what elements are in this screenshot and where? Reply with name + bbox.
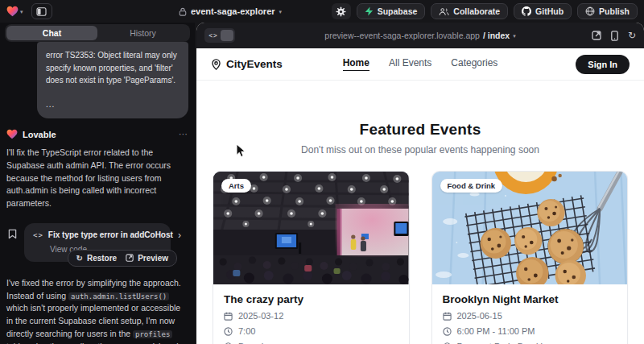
code-icon: <> xyxy=(206,32,221,39)
preview-toolbar: <> preview--event-saga-explorer.lovable.… xyxy=(196,23,644,48)
featured-subheading: Don't miss out on these popular events h… xyxy=(196,144,644,155)
site-brand[interactable]: CityEvents xyxy=(211,58,283,70)
tool-call-title-row: <> Fix type type error in addCoHost › xyxy=(33,230,162,240)
chat-sidebar: Chat History error TS2353: Object litera… xyxy=(0,23,195,344)
event-card[interactable]: Arts The crazy party 2025-03-12 xyxy=(213,171,410,344)
assistant-intro-text: I'll fix the TypeScript error related to… xyxy=(6,147,188,210)
inline-code: profiles xyxy=(133,330,172,338)
lovable-app-window: ▾ event-saga-explorer ▾ xyxy=(0,0,644,344)
github-label: GitHub xyxy=(535,6,564,16)
message-ellipsis: ... xyxy=(46,98,180,111)
event-card-body: Brooklyn Night Market 2025-06-15 xyxy=(432,284,628,344)
tab-history[interactable]: History xyxy=(97,26,188,40)
preview-site: CityEvents Home All Events Categories Si… xyxy=(196,48,644,344)
event-cards: Arts The crazy party 2025-03-12 xyxy=(213,171,628,344)
open-external-button[interactable] xyxy=(592,31,601,40)
restore-button[interactable]: ↻ Restore xyxy=(76,254,118,263)
category-badge: Arts xyxy=(221,179,251,193)
event-date: 2025-03-12 xyxy=(238,311,283,321)
publish-label: Publish xyxy=(599,6,630,16)
project-name: event-saga-explorer xyxy=(191,6,275,16)
chat-scroll-area[interactable]: error TS2353: Object literal may only sp… xyxy=(0,42,195,344)
nav-categories[interactable]: Categories xyxy=(451,57,497,71)
publish-button[interactable]: Publish xyxy=(577,3,638,19)
chat-history-tabs: Chat History xyxy=(5,24,190,42)
user-message-text: error TS2353: Object literal may only sp… xyxy=(46,49,180,87)
settings-button[interactable] xyxy=(332,3,351,19)
version-actions: ↻ Restore Preview xyxy=(68,250,177,267)
supabase-button[interactable]: Supabase xyxy=(357,3,426,19)
sign-in-button[interactable]: Sign In xyxy=(576,55,630,74)
user-message-bubble: error TS2353: Object literal may only sp… xyxy=(37,42,188,118)
assistant-body-text: I've fixed the error by simplifying the … xyxy=(6,277,188,344)
lovable-logo-menu[interactable]: ▾ xyxy=(6,6,23,17)
collaborate-label: Collaborate xyxy=(453,6,500,16)
preview-url-bar: preview--event-saga-explorer.lovable.app… xyxy=(196,31,644,40)
toggle-knob xyxy=(221,30,233,41)
restore-label: Restore xyxy=(87,254,117,263)
preview-route[interactable]: / index xyxy=(483,31,510,40)
map-pin-icon xyxy=(211,59,221,70)
supabase-label: Supabase xyxy=(378,6,418,16)
calendar-icon xyxy=(443,312,452,321)
clock-icon xyxy=(224,327,233,336)
smartphone-icon xyxy=(611,31,618,41)
collaborate-button[interactable]: Collaborate xyxy=(431,3,508,19)
event-time-row: 6:00 PM - 11:00 PM xyxy=(443,326,617,336)
chevron-down-icon: ▾ xyxy=(20,9,23,15)
tab-chat[interactable]: Chat xyxy=(6,26,97,40)
more-options-icon[interactable]: ⋯ xyxy=(179,129,188,139)
event-card[interactable]: Food & Drink Brooklyn Night Market 2025-… xyxy=(431,171,629,344)
restore-icon: ↻ xyxy=(76,254,83,263)
tool-call-title: Fix type type error in addCoHost xyxy=(48,230,173,239)
preview-label: Preview xyxy=(138,254,168,263)
event-card-body: The crazy party 2025-03-12 xyxy=(213,284,409,344)
preview-button[interactable]: Preview xyxy=(126,254,168,263)
site-brand-label: CityEvents xyxy=(226,58,283,70)
inline-code: auth.admin.listUsers() xyxy=(68,292,169,300)
event-image-conference: Arts xyxy=(213,172,409,284)
calendar-icon xyxy=(224,312,233,321)
assistant-name: Lovable xyxy=(23,130,56,139)
chevron-down-icon[interactable]: ▾ xyxy=(513,33,516,39)
assistant-header: Lovable ⋯ xyxy=(6,129,188,139)
nav-home[interactable]: Home xyxy=(343,57,369,71)
mobile-view-button[interactable] xyxy=(611,31,618,41)
top-bar-left: ▾ xyxy=(6,3,52,19)
refresh-button[interactable]: ↻ xyxy=(628,30,636,41)
toggle-sidebar-button[interactable] xyxy=(31,3,52,19)
featured-section: Featured Events Don't miss out on these … xyxy=(196,81,644,155)
event-time: 7:00 xyxy=(238,326,255,336)
globe-icon xyxy=(585,6,595,16)
supabase-icon xyxy=(365,6,374,16)
category-badge: Food & Drink xyxy=(440,179,503,193)
site-header: CityEvents Home All Events Categories Si… xyxy=(196,48,644,81)
lovable-heart-icon xyxy=(6,129,18,139)
lovable-heart-icon xyxy=(6,6,19,17)
event-title: Brooklyn Night Market xyxy=(443,293,617,305)
featured-heading: Featured Events xyxy=(196,121,644,139)
people-icon xyxy=(439,7,449,16)
tool-call-section: <> Fix type type error in addCoHost › Vi… xyxy=(6,223,188,270)
preview-url[interactable]: preview--event-saga-explorer.lovable.app xyxy=(324,31,480,40)
clock-icon xyxy=(443,327,452,336)
event-time-row: 7:00 xyxy=(224,326,398,336)
preview-panel: <> preview--event-saga-explorer.lovable.… xyxy=(196,23,644,344)
top-bar-actions: Supabase Collaborate GitHub xyxy=(332,3,638,19)
code-icon: <> xyxy=(33,231,43,239)
panel-left-icon xyxy=(36,7,47,16)
event-date: 2025-06-15 xyxy=(457,311,502,321)
preview-window-icon xyxy=(126,254,134,262)
lock-icon xyxy=(179,7,187,16)
nav-all-events[interactable]: All Events xyxy=(389,57,431,71)
github-button[interactable]: GitHub xyxy=(514,3,572,19)
chevron-right-icon: › xyxy=(178,230,181,240)
bookmark-icon[interactable] xyxy=(8,229,17,239)
event-image-cookies: Food & Drink xyxy=(432,172,628,284)
code-preview-toggle[interactable]: <> xyxy=(204,28,235,43)
top-bar: ▾ event-saga-explorer ▾ xyxy=(0,0,644,23)
project-switcher[interactable]: event-saga-explorer ▾ xyxy=(179,0,282,23)
event-title: The crazy party xyxy=(224,293,398,305)
external-link-icon xyxy=(592,31,601,40)
gear-icon xyxy=(336,6,346,17)
